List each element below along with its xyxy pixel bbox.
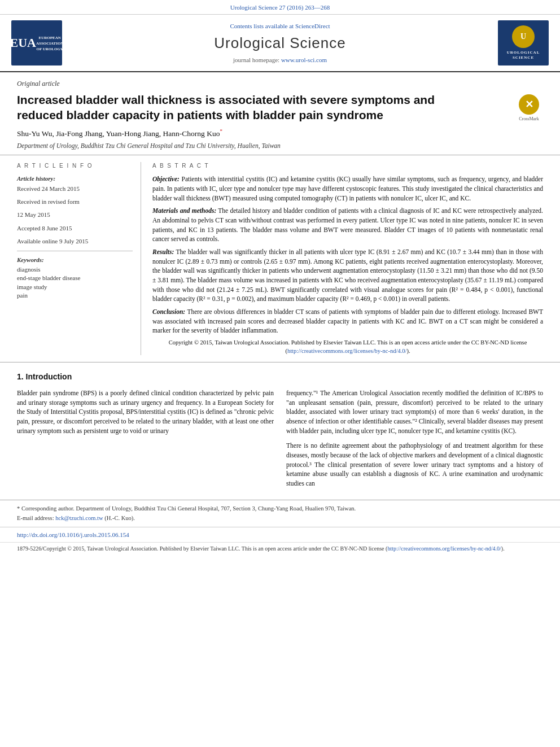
- received-revised-date: 12 May 2015: [17, 211, 133, 219]
- crossmark-label: CrossMark: [519, 116, 539, 122]
- article-title: Increased bladder wall thickness is asso…: [17, 92, 480, 123]
- affiliation: Department of Urology, Buddhist Tzu Chi …: [17, 141, 543, 150]
- received-revised-label: Received in revised form: [17, 198, 133, 206]
- issn-text: 1879-5226/Copyright © 2015, Taiwan Urolo…: [17, 545, 505, 552]
- objective-text: Patients with interstitial cystitis (IC)…: [152, 176, 543, 201]
- keywords-list: diagnosisend-stage bladder diseaseimage …: [17, 265, 133, 300]
- objective-label: Objective:: [152, 176, 180, 182]
- sciencedirect-link-text[interactable]: ScienceDirect: [295, 23, 330, 29]
- abstract-methods: Materials and methods: The detailed hist…: [152, 206, 543, 244]
- intro-right-col: frequency."¹ The American Urological Ass…: [286, 388, 543, 494]
- abstract-heading: A B S T R A C T: [152, 162, 543, 170]
- crossmark-icon: ✕: [519, 94, 539, 115]
- journal-header: EUA EUROPEAN ASSOCIATION OF UROLOGY Cont…: [0, 15, 560, 72]
- article-body-columns: A R T I C L E I N F O Article history: R…: [0, 155, 560, 362]
- abstract-objective: Objective: Patients with interstitial cy…: [152, 174, 543, 203]
- intro-left-col: Bladder pain syndrome (BPS) is a poorly …: [17, 388, 274, 494]
- article-info-heading: A R T I C L E I N F O: [17, 162, 133, 170]
- results-label: Results:: [152, 248, 174, 255]
- doi-link[interactable]: http://dx.doi.org/10.1016/j.urols.2015.0…: [17, 531, 129, 538]
- keyword-item: diagnosis: [17, 265, 133, 274]
- intro-columns: Bladder pain syndrome (BPS) is a poorly …: [17, 388, 543, 494]
- journal-title: Urological Science: [62, 33, 498, 53]
- history-label: Article history:: [17, 174, 133, 183]
- abstract-conclusion: Conclusion: There are obvious difference…: [152, 307, 543, 335]
- accepted-text: Accepted 8 June 2015: [17, 224, 133, 233]
- email-link[interactable]: hck@tzuchi.com.tw: [55, 515, 103, 521]
- journal-homepage: journal homepage: www.urol-sci.com: [62, 56, 498, 64]
- logo-left: EUA EUROPEAN ASSOCIATION OF UROLOGY: [11, 20, 62, 65]
- doi-section: http://dx.doi.org/10.1016/j.urols.2015.0…: [0, 527, 560, 542]
- abstract-column: A B S T R A C T Objective: Patients with…: [152, 162, 543, 355]
- journal-header-center: Contents lists available at ScienceDirec…: [62, 22, 498, 64]
- authors: Shu-Yu Wu, Jia-Fong Jhang, Yuan-Hong Jia…: [17, 128, 543, 139]
- intro-left-para1: Bladder pain syndrome (BPS) is a poorly …: [17, 388, 274, 435]
- abstract-results: Results: The bladder wall was significan…: [152, 247, 543, 304]
- keywords-label: Keywords:: [17, 256, 133, 264]
- sciencedirect-label: Contents lists available at ScienceDirec…: [62, 22, 498, 30]
- citation-text: Urological Science 27 (2016) 263—268: [230, 4, 330, 11]
- logo-circle: U: [512, 25, 535, 48]
- keyword-item: pain: [17, 291, 133, 300]
- intro-heading: 1. Introduction: [17, 372, 543, 383]
- logo-right: U UROLOGICAL SCIENCE: [498, 20, 549, 65]
- citation-bar: Urological Science 27 (2016) 263—268: [0, 0, 560, 15]
- footnotes-section: * Corresponding author. Department of Ur…: [0, 500, 560, 527]
- keyword-item: end-stage bladder disease: [17, 274, 133, 282]
- intro-right-para2: There is no definite agreement about the…: [286, 441, 543, 488]
- available-online-text: Available online 9 July 2015: [17, 237, 133, 246]
- introduction-section: 1. Introduction Bladder pain syndrome (B…: [0, 362, 560, 493]
- divider: [17, 251, 133, 251]
- email-footnote: E-mail address: hck@tzuchi.com.tw (H.-C.…: [17, 514, 543, 523]
- article-info-column: A R T I C L E I N F O Article history: R…: [17, 162, 141, 355]
- conclusion-text: There are obvious differences in bladder…: [152, 308, 543, 334]
- homepage-url[interactable]: www.urol-sci.com: [281, 56, 327, 63]
- intro-right-para1: frequency."¹ The American Urological Ass…: [286, 388, 543, 435]
- conclusion-label: Conclusion:: [152, 308, 185, 315]
- crossmark: ✕ CrossMark: [515, 94, 543, 122]
- article-type-label: Original article: [17, 79, 543, 89]
- received-text: Received 24 March 2015: [17, 185, 133, 193]
- bottom-bar: 1879-5226/Copyright © 2015, Taiwan Urolo…: [0, 542, 560, 555]
- keyword-item: image study: [17, 283, 133, 291]
- article-title-row: Increased bladder wall thickness is asso…: [17, 92, 543, 123]
- logo-right-title: UROLOGICAL SCIENCE: [500, 50, 546, 62]
- copyright-text: Copyright © 2015, Taiwan Urological Asso…: [169, 339, 527, 354]
- corresponding-footnote: * Corresponding author. Department of Ur…: [17, 505, 543, 513]
- methods-label: Materials and methods:: [152, 207, 216, 214]
- results-text: The bladder wall was significantly thick…: [152, 248, 543, 302]
- abstract-copyright: Copyright © 2015, Taiwan Urological Asso…: [152, 339, 543, 355]
- article-section: Original article Increased bladder wall …: [0, 72, 560, 155]
